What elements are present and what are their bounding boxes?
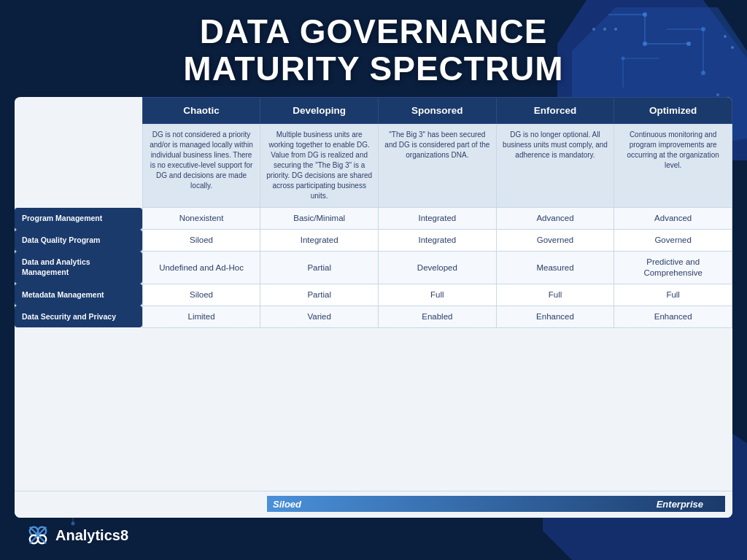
cell-dq-optimized: Governed <box>614 230 732 252</box>
header-developing: Developing <box>260 98 379 124</box>
row-label-security: Data Security and Privacy <box>15 306 142 327</box>
title-line2: MATURITY SPECTRUM <box>183 50 563 88</box>
cell-dq-developing: Integrated <box>260 230 379 252</box>
table-row: Data Security and Privacy Limited Varied… <box>15 306 732 327</box>
desc-sponsored: "The Big 3" has been secured and DG is c… <box>379 124 497 208</box>
arrow-bar: Siloed Enterprise <box>267 496 725 512</box>
maturity-table: Chaotic Developing Sponsored Enforced Op… <box>15 97 732 328</box>
cell-dsp-enforced: Enhanced <box>496 306 614 327</box>
cell-pm-developing: Basic/Minimal <box>260 208 379 230</box>
cell-pm-chaotic: Nonexistent <box>142 208 260 230</box>
cell-pm-enforced: Advanced <box>496 208 614 230</box>
desc-developing: Multiple business units are working toge… <box>260 124 379 208</box>
header-optimized: Optimized <box>614 98 732 124</box>
table-row: Program Management Nonexistent Basic/Min… <box>15 208 732 230</box>
cell-dam-sponsored: Developed <box>379 252 497 284</box>
cell-dq-enforced: Governed <box>496 230 614 252</box>
row-label-metadata: Metadata Management <box>15 284 142 306</box>
cell-dsp-sponsored: Enabled <box>379 306 497 327</box>
cell-dsp-developing: Varied <box>260 306 379 327</box>
arrow-section: Siloed Enterprise <box>15 491 732 518</box>
cell-dsp-optimized: Enhanced <box>614 306 732 327</box>
page-wrapper: DATA GOVERNANCE MATURITY SPECTRUM <box>0 0 747 560</box>
cell-pm-sponsored: Integrated <box>379 208 497 230</box>
footer: Analytics8 <box>15 518 732 553</box>
cell-mm-developing: Partial <box>260 284 379 306</box>
cell-dsp-chaotic: Limited <box>142 306 260 327</box>
table-row: Data Quality Program Siloed Integrated I… <box>15 230 732 252</box>
main-title: DATA GOVERNANCE MATURITY SPECTRUM <box>15 13 732 87</box>
cell-mm-sponsored: Full <box>379 284 497 306</box>
row-label-analytics: Data and Analytics Management <box>15 252 142 284</box>
desc-chaotic: DG is not considered a priority and/or i… <box>142 124 260 208</box>
cell-mm-enforced: Full <box>496 284 614 306</box>
desc-optimized: Continuous monitoring and program improv… <box>614 124 732 208</box>
cell-dam-optimized: Predictive and Comprehensive <box>614 252 732 284</box>
cell-dam-chaotic: Undefined and Ad-Hoc <box>142 252 260 284</box>
table-wrapper: Chaotic Developing Sponsored Enforced Op… <box>15 97 732 491</box>
desc-enforced: DG is no longer optional. All business u… <box>496 124 614 208</box>
logo-text: Analytics8 <box>55 527 128 544</box>
header-chaotic: Chaotic <box>142 98 260 124</box>
header-sponsored: Sponsored <box>379 98 497 124</box>
logo-icon <box>26 524 50 547</box>
cell-mm-chaotic: Siloed <box>142 284 260 306</box>
table-header-row: Chaotic Developing Sponsored Enforced Op… <box>15 98 732 124</box>
main-card: Chaotic Developing Sponsored Enforced Op… <box>15 97 732 518</box>
cell-dam-enforced: Measured <box>496 252 614 284</box>
arrow-container: Siloed Enterprise <box>267 496 725 512</box>
cell-pm-optimized: Advanced <box>614 208 732 230</box>
header-enforced: Enforced <box>496 98 614 124</box>
description-row: DG is not considered a priority and/or i… <box>15 124 732 208</box>
arrow-label-right: Enterprise <box>657 499 725 510</box>
cell-dam-developing: Partial <box>260 252 379 284</box>
cell-dq-chaotic: Siloed <box>142 230 260 252</box>
title-line1: DATA GOVERNANCE <box>200 12 548 50</box>
row-label-program-management: Program Management <box>15 208 142 230</box>
table-row: Data and Analytics Management Undefined … <box>15 252 732 284</box>
desc-label <box>15 124 142 208</box>
arrow-label-left: Siloed <box>267 499 301 510</box>
cell-mm-optimized: Full <box>614 284 732 306</box>
table-row: Metadata Management Siloed Partial Full … <box>15 284 732 306</box>
logo-area: Analytics8 <box>26 524 128 547</box>
title-section: DATA GOVERNANCE MATURITY SPECTRUM <box>15 13 732 87</box>
row-label-data-quality: Data Quality Program <box>15 230 142 252</box>
header-label <box>15 98 142 124</box>
cell-dq-sponsored: Integrated <box>379 230 497 252</box>
